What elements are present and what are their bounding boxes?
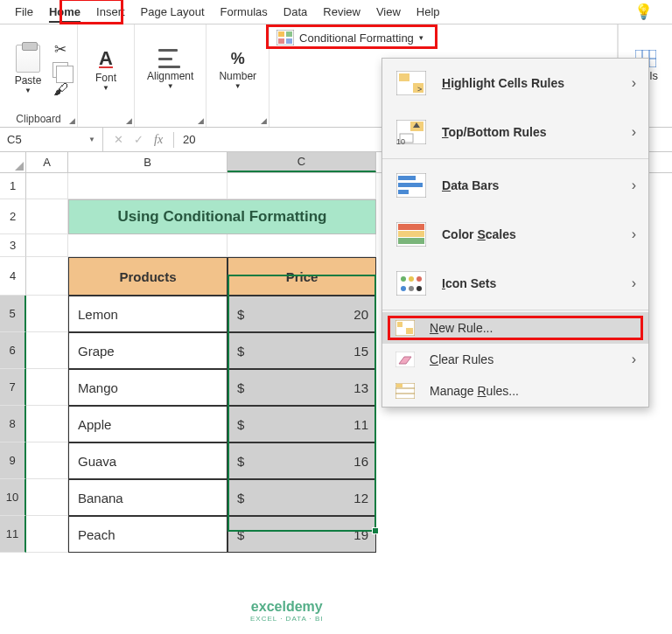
cell-product[interactable]: Guava [68, 442, 228, 479]
cf-menu-manage-rules[interactable]: Manage Rules... [382, 375, 648, 407]
svg-rect-34 [406, 328, 413, 334]
cf-menu-color-scales[interactable]: Color Scales › [382, 210, 648, 259]
row-header[interactable]: 9 [0, 442, 26, 479]
cell-price[interactable]: $19 [228, 516, 376, 553]
top-bottom-badge: 10 [396, 137, 405, 146]
column-header-c[interactable]: C [228, 152, 376, 172]
svg-point-29 [401, 286, 406, 291]
manage-rules-icon [395, 382, 416, 400]
alignment-expand-icon[interactable]: ◢ [198, 116, 204, 125]
cell-price[interactable]: $20 [228, 296, 376, 332]
menu-item-label: Icon Sets [442, 276, 496, 290]
cancel-formula-icon[interactable]: ✕ [114, 133, 123, 146]
alignment-button[interactable]: Alignment ▼ [144, 47, 197, 92]
tab-view[interactable]: View [368, 2, 409, 22]
tab-help[interactable]: Help [409, 2, 448, 22]
name-box[interactable]: C5 ▼ [0, 128, 103, 151]
row-header[interactable]: 8 [0, 406, 26, 442]
cell-product[interactable]: Apple [68, 406, 228, 442]
cell-product[interactable]: Lemon [68, 296, 228, 332]
font-button[interactable]: A Font ▼ [87, 45, 125, 94]
cf-menu-new-rule[interactable]: New Rule... [382, 312, 648, 344]
cell-product[interactable]: Mango [68, 369, 228, 406]
svg-text:>: > [417, 85, 422, 94]
chevron-right-icon: › [632, 178, 636, 193]
cf-menu-highlight-cells[interactable]: > Highlight Cells Rules › [382, 59, 648, 108]
row-header[interactable]: 10 [0, 479, 26, 516]
paste-button[interactable]: Paste ▼ [9, 43, 47, 96]
chevron-down-icon: ▼ [102, 84, 109, 92]
fx-icon[interactable]: fx [154, 133, 163, 147]
row-header[interactable]: 6 [0, 332, 26, 369]
table-header-price: Price [228, 257, 376, 296]
svg-point-30 [409, 286, 414, 291]
copy-button[interactable] [52, 62, 68, 78]
tab-insert[interactable]: Insert [88, 2, 133, 22]
data-bars-icon [395, 171, 428, 199]
table-row: 10Banana$12 [0, 479, 672, 516]
number-expand-icon[interactable]: ◢ [261, 116, 267, 125]
svg-rect-4 [286, 38, 292, 44]
new-rule-icon [395, 319, 416, 337]
alignment-label: Alignment [147, 70, 193, 82]
menu-tab-bar: File Home Insert Page Layout Formulas Da… [0, 0, 672, 24]
chevron-down-icon: ▼ [88, 136, 95, 143]
svg-rect-25 [396, 271, 426, 296]
format-painter-button[interactable]: 🖌 [53, 81, 68, 99]
watermark: exceldemy EXCEL · DATA · BI [250, 599, 324, 623]
formula-bar-input[interactable]: 20 [174, 133, 204, 146]
chevron-right-icon: › [632, 124, 636, 140]
row-header[interactable]: 2 [0, 199, 26, 234]
cell-price[interactable]: $11 [228, 406, 376, 442]
row-header[interactable]: 5 [0, 296, 26, 332]
table-row: 9Guava$16 [0, 442, 672, 479]
clipboard-expand-icon[interactable]: ◢ [69, 116, 75, 125]
row-header[interactable]: 7 [0, 369, 26, 406]
cell-product[interactable]: Banana [68, 479, 228, 516]
cell-price[interactable]: $15 [228, 332, 376, 369]
column-header-a[interactable]: A [26, 152, 68, 172]
clipboard-group-label: Clipboard [16, 109, 60, 125]
select-all-corner[interactable] [0, 152, 26, 172]
selection-fill-handle[interactable] [372, 527, 379, 534]
cell-price[interactable]: $16 [228, 442, 376, 479]
cell-price[interactable]: $12 [228, 479, 376, 516]
conditional-formatting-button[interactable]: Conditional Formatting ▾ [271, 28, 429, 47]
tab-file[interactable]: File [7, 2, 41, 22]
lightbulb-icon[interactable]: 💡 [634, 3, 653, 21]
row-header[interactable]: 3 [0, 234, 26, 257]
column-header-b[interactable]: B [68, 152, 228, 172]
ribbon-group-alignment: Alignment ▼ ◢ [135, 24, 206, 127]
svg-rect-33 [397, 322, 402, 327]
accept-formula-icon[interactable]: ✓ [134, 133, 144, 146]
tab-review[interactable]: Review [315, 2, 368, 22]
menu-item-label: Data Bars [442, 178, 499, 192]
row-header[interactable]: 4 [0, 257, 26, 296]
svg-rect-18 [398, 176, 416, 180]
font-label: Font [95, 72, 116, 84]
cf-menu-top-bottom[interactable]: 10 Top/Bottom Rules › [382, 108, 648, 157]
cell-product[interactable]: Peach [68, 516, 228, 553]
cell-price[interactable]: $13 [228, 369, 376, 406]
row-header[interactable]: 11 [0, 516, 26, 553]
tab-home[interactable]: Home [41, 2, 88, 22]
tab-data[interactable]: Data [276, 2, 315, 22]
svg-rect-2 [286, 31, 292, 37]
chevron-right-icon: › [632, 275, 636, 291]
cut-button[interactable]: ✂ [54, 40, 66, 59]
cell-product[interactable]: Grape [68, 332, 228, 369]
cf-menu-icon-sets[interactable]: Icon Sets › [382, 259, 648, 308]
svg-rect-10 [399, 73, 410, 81]
number-button[interactable]: % Number ▼ [215, 48, 260, 92]
svg-point-27 [409, 276, 414, 282]
cf-menu-data-bars[interactable]: Data Bars › [382, 161, 648, 210]
svg-rect-40 [396, 384, 402, 387]
chevron-down-icon: ▼ [234, 82, 242, 90]
font-expand-icon[interactable]: ◢ [126, 116, 132, 125]
tab-page-layout[interactable]: Page Layout [133, 2, 213, 22]
alignment-icon [158, 49, 183, 68]
tab-formulas[interactable]: Formulas [213, 2, 276, 22]
cf-menu-clear-rules[interactable]: Clear Rules › [382, 344, 648, 375]
conditional-formatting-icon [276, 30, 294, 45]
row-header[interactable]: 1 [0, 173, 26, 199]
